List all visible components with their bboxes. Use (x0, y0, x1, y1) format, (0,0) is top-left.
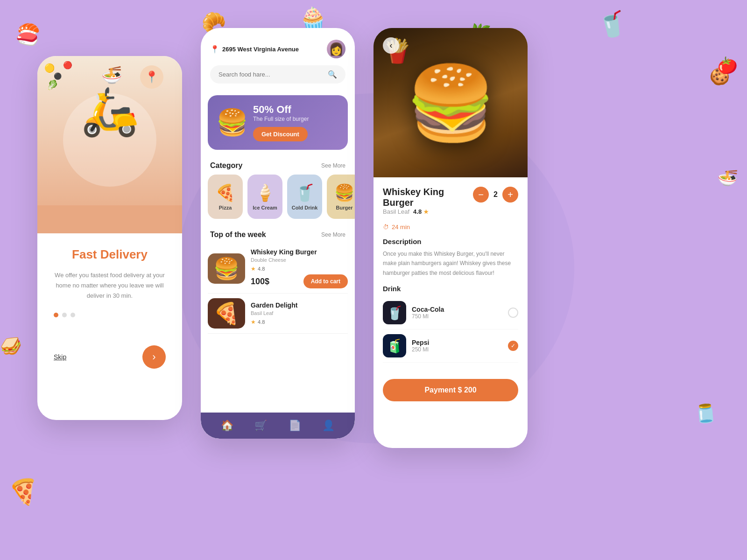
category-ice-cream[interactable]: 🍦 Ice Cream (247, 175, 282, 219)
star-icon-2: ★ (251, 319, 256, 325)
category-pizza[interactable]: 🍕 Pizza (208, 175, 243, 219)
categories-list: 🍕 Pizza 🍦 Ice Cream 🥤 Cold Drink 🍔 Burge… (201, 175, 355, 224)
nav-cart[interactable]: 🛒 (254, 420, 267, 432)
search-bar[interactable]: 🔍 (210, 65, 345, 84)
decrease-qty-button[interactable]: − (473, 187, 489, 203)
increase-qty-button[interactable]: + (502, 187, 518, 203)
screens-container: 🟡 ⚫ 🔴 🥬 🛵 🍜 📍 Fast Delivery We offer you… (37, 28, 528, 448)
garden-delight-sub: Basil Leaf (251, 310, 348, 316)
whiskey-burger-name: Whiskey King Burger (251, 248, 348, 256)
burger-large-emoji: 🍔 (406, 67, 496, 139)
banner-subtitle: The Full size of burger (253, 116, 339, 122)
clock-icon: ⏱ (383, 224, 389, 231)
dot-1 (54, 313, 58, 317)
payment-button[interactable]: Payment $ 200 (383, 379, 518, 401)
whiskey-burger-rating: ★ 4.8 (251, 266, 348, 272)
product-hero-image: 🍔 🍟 ‹ (374, 28, 528, 177)
get-discount-button[interactable]: Get Discount (253, 127, 308, 141)
category-title: Category (210, 161, 242, 170)
description-label: Description (383, 238, 518, 245)
whiskey-burger-price: 100$ (251, 277, 269, 287)
burger-label: Burger (336, 205, 352, 210)
pepsi-emoji: 🧃 (387, 338, 403, 354)
category-cold-drink[interactable]: 🥤 Cold Drink (287, 175, 322, 219)
user-avatar[interactable]: 👩 (327, 40, 345, 58)
whiskey-burger-info: Whiskey King Burger Double Cheese ★ 4.8 … (251, 248, 348, 288)
food-deco-4: 🥬 (47, 79, 58, 91)
nav-orders[interactable]: 📄 (289, 420, 301, 432)
food-list: 🍔 Whiskey King Burger Double Cheese ★ 4.… (201, 244, 355, 413)
location-row: 📍 2695 West Virginia Avenue 👩 (210, 40, 345, 58)
detail-header: Whiskey King Burger Basil Leaf 4.8 ★ − 2… (383, 187, 518, 220)
screen-detail: 🍔 🍟 ‹ Whiskey King Burger Basil Leaf 4.8… (374, 28, 528, 448)
pepsi-info: Pepsi 250 Ml (412, 339, 502, 353)
quantity-control: − 2 + (473, 187, 518, 203)
add-to-cart-button-1[interactable]: Add to cart (303, 274, 348, 288)
whiskey-burger-price-row: 100$ Add to cart (251, 274, 348, 288)
back-button[interactable]: ‹ (383, 37, 399, 54)
garden-delight-name: Garden Delight (251, 301, 348, 309)
rating-star: ★ (423, 209, 429, 215)
ice-cream-emoji: 🍦 (255, 183, 275, 203)
pizza-label: Pizza (219, 205, 232, 210)
banner-text-area: 50% Off The Full size of burger Get Disc… (253, 104, 339, 141)
promo-banner[interactable]: 🍔 50% Off The Full size of burger Get Di… (208, 95, 348, 150)
location-address: 2695 West Virginia Avenue (222, 46, 299, 53)
garden-delight-rating-value: 4.8 (258, 319, 265, 325)
food-deco-1: 🟡 (44, 63, 55, 73)
food-item-garden-delight: 🍕 Garden Delight Basil Leaf ★ 4.8 (208, 294, 348, 334)
pagination-dots (49, 313, 170, 317)
product-detail: Whiskey King Burger Basil Leaf 4.8 ★ − 2… (374, 177, 528, 379)
pepsi-radio[interactable] (508, 341, 518, 351)
banner-discount: 50% Off (253, 104, 339, 116)
food-deco-3: 🔴 (63, 61, 72, 70)
nav-profile[interactable]: 👤 (322, 420, 335, 432)
drink-section: Drink 🥤 Coca-Cola 750 Ml 🧃 (383, 285, 518, 363)
skip-link[interactable]: Skip (54, 353, 66, 361)
whiskey-burger-rating-value: 4.8 (258, 266, 265, 272)
coca-cola-radio[interactable] (508, 308, 518, 318)
garden-delight-rating: ★ 4.8 (251, 319, 348, 325)
category-burger[interactable]: 🍔 Burger (327, 175, 355, 219)
product-rating: 4.8 ★ (413, 208, 429, 215)
dot-3 (70, 313, 75, 317)
location-display: 📍 2695 West Virginia Avenue (210, 45, 299, 54)
cold-drink-emoji: 🥤 (295, 183, 315, 203)
drink-pepsi[interactable]: 🧃 Pepsi 250 Ml (383, 329, 518, 363)
whiskey-burger-image: 🍔 (208, 253, 245, 284)
nav-home[interactable]: 🏠 (221, 420, 233, 432)
product-brand: Basil Leaf (383, 208, 409, 215)
garden-delight-image: 🍕 (208, 298, 245, 329)
garden-delight-emoji: 🍕 (213, 301, 240, 326)
screen1-title: Fast Delivery (49, 247, 170, 262)
pepsi-volume: 250 Ml (412, 346, 502, 353)
screen1-description: We offer you fastest food delivery at yo… (49, 270, 170, 301)
screen2-header: 📍 2695 West Virginia Avenue 👩 🔍 (201, 28, 355, 91)
coca-cola-image: 🥤 (383, 301, 406, 324)
scooter-emoji: 🛵 (81, 84, 139, 139)
screen1-illustration-area: 🟡 ⚫ 🔴 🥬 🛵 🍜 📍 (37, 56, 182, 233)
food-deco-2: ⚫ (54, 72, 62, 80)
avatar-emoji: 👩 (329, 42, 344, 56)
whiskey-burger-sub: Double Cheese (251, 257, 348, 263)
coca-cola-info: Coca-Cola 750 Ml (412, 306, 502, 320)
banner-food-image: 🍔 (216, 107, 248, 138)
cold-drink-label: Cold Drink (292, 205, 318, 210)
top-week-see-more[interactable]: See More (321, 231, 345, 238)
pepsi-name: Pepsi (412, 339, 502, 346)
category-header: Category See More (201, 154, 355, 175)
next-button[interactable]: › (142, 345, 166, 369)
screen-onboarding: 🟡 ⚫ 🔴 🥬 🛵 🍜 📍 Fast Delivery We offer you… (37, 56, 182, 420)
location-icon: 📍 (210, 45, 219, 54)
search-input[interactable] (218, 71, 323, 78)
product-title: Whiskey King Burger (383, 187, 473, 208)
pizza-emoji: 🍕 (215, 183, 236, 203)
top-week-header: Top of the week See More (201, 224, 355, 244)
product-sub-info: Basil Leaf 4.8 ★ (383, 208, 473, 215)
category-see-more[interactable]: See More (321, 162, 345, 169)
drink-coca-cola[interactable]: 🥤 Coca-Cola 750 Ml (383, 296, 518, 329)
pepsi-image: 🧃 (383, 334, 406, 357)
coca-cola-name: Coca-Cola (412, 306, 502, 313)
garden-delight-info: Garden Delight Basil Leaf ★ 4.8 (251, 301, 348, 325)
coca-cola-emoji: 🥤 (387, 305, 403, 321)
